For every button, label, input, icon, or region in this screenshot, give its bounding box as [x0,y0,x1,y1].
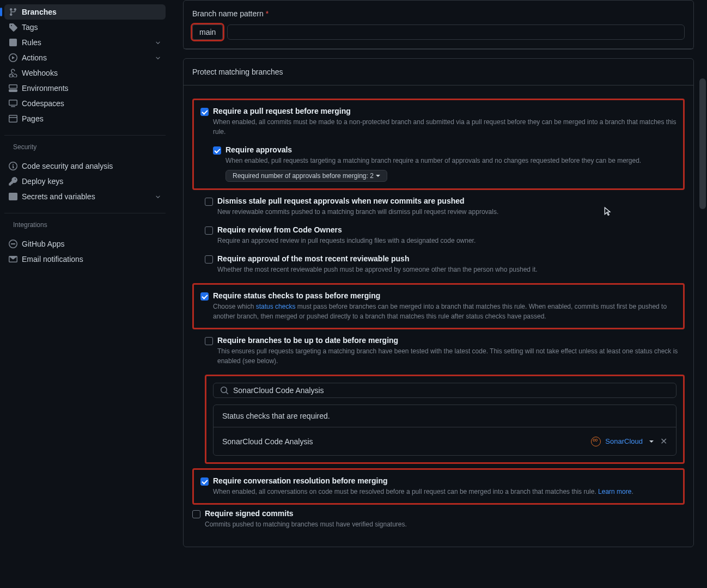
status-check-row: SonarCloud Code Analysis SonarCloud ✕ [214,427,676,455]
rule-signed-commits: Require signed commits Commits pushed to… [192,509,685,529]
sidebar-item-webhooks[interactable]: Webhooks [4,65,166,81]
branch-pattern-header: Branch name pattern * main [184,1,693,49]
codespaces-icon [9,99,17,108]
checkbox-conversation[interactable] [200,477,209,486]
status-checks-table: Status checks that are required. SonarCl… [213,405,676,456]
sidebar-label: Actions [22,53,47,62]
rule-conversation: Require conversation resolution before m… [200,476,676,497]
sidebar-label: GitHub Apps [22,240,65,248]
sonarcloud-icon [591,437,601,446]
learn-more-link[interactable]: Learn more [598,488,631,495]
checkbox-require-pr[interactable] [200,108,209,116]
rules-icon [9,38,17,47]
rule-title: Require a pull request before merging [213,107,351,115]
rule-up-to-date: Require branches to be up to date before… [205,336,685,366]
chevron-down-icon [155,54,161,61]
checkbox-code-owners[interactable] [205,226,213,235]
highlight-status-search: Status checks that are required. SonarCl… [205,375,685,464]
chevron-down-icon [155,193,161,200]
sidebar-label: Branches [22,8,57,16]
browser-icon [9,114,17,123]
protect-heading: Protect matching branches [184,59,693,85]
play-icon [9,53,17,62]
rule-desc: Require an approved review in pull reque… [217,236,685,246]
highlight-conversation: Require conversation resolution before m… [192,468,685,505]
divider [4,213,166,213]
status-checks-header: Status checks that are required. [214,405,676,427]
rule-title: Require conversation resolution before m… [213,476,388,485]
scrollbar-thumb[interactable] [699,78,706,209]
scrollbar[interactable] [698,0,707,588]
mail-icon [9,255,17,264]
approval-count-label: Required number of approvals before merg… [233,172,374,180]
branch-icon [9,8,17,16]
rule-recent-push: Require approval of the most recent revi… [205,254,685,274]
sidebar-label: Pages [22,114,44,123]
sidebar: Branches Tags Rules [0,0,170,588]
status-check-search-input[interactable] [233,386,669,395]
checkbox-recent-push[interactable] [205,255,213,264]
status-check-search[interactable] [213,383,676,398]
rule-title: Require approvals [225,145,292,154]
branch-pattern-prefix[interactable]: main [192,24,223,40]
checkbox-up-to-date[interactable] [205,337,213,345]
sidebar-item-secrets[interactable]: Secrets and variables [4,189,166,204]
rule-desc: When enabled, all commits must be made t… [213,117,676,137]
rule-title: Require status checks to pass before mer… [213,291,380,300]
rule-title: Require approval of the most recent revi… [217,254,409,263]
hubot-icon [9,240,17,248]
sidebar-item-pages[interactable]: Pages [4,111,166,126]
main-content: Branch name pattern * main Protect match… [170,0,707,588]
key-icon [9,177,17,186]
status-checks-link[interactable]: status checks [256,303,296,310]
sidebar-label: Webhooks [22,69,58,77]
rule-title: Dismiss stale pull request approvals whe… [217,197,465,205]
checkbox-status-checks[interactable] [200,292,209,301]
branch-pattern-panel: Branch name pattern * main [183,0,694,50]
rule-status-checks: Require status checks to pass before mer… [200,291,676,321]
sidebar-item-tags[interactable]: Tags [4,20,166,35]
rule-dismiss-stale: Dismiss stale pull request approvals whe… [205,197,685,217]
sidebar-item-rules[interactable]: Rules [4,35,166,50]
sidebar-item-email-notifications[interactable]: Email notifications [4,252,166,267]
branch-pattern-label: Branch name pattern [192,9,264,18]
sidebar-label: Codespaces [22,99,64,108]
approval-count-select[interactable]: Required number of approvals before merg… [225,170,387,182]
sidebar-item-github-apps[interactable]: GitHub Apps [4,236,166,252]
protect-panel: Protect matching branches Require a pull… [183,58,694,547]
sidebar-item-actions[interactable]: Actions [4,50,166,65]
webhook-icon [9,69,17,77]
status-check-name: SonarCloud Code Analysis [222,437,313,446]
remove-status-check-button[interactable]: ✕ [660,436,667,446]
checkbox-dismiss-stale[interactable] [205,198,213,206]
asterisk-icon [9,192,17,201]
status-check-app[interactable]: SonarCloud [591,437,654,446]
required-indicator: * [266,9,269,18]
sidebar-item-environments[interactable]: Environments [4,81,166,96]
caret-down-icon [649,440,654,443]
sidebar-item-code-security[interactable]: Code security and analysis [4,158,166,174]
tag-icon [9,23,17,32]
server-icon [9,84,17,93]
sidebar-label: Email notifications [22,255,83,264]
sidebar-heading-security: Security [4,140,166,154]
shield-icon [9,162,17,170]
sidebar-item-codespaces[interactable]: Codespaces [4,96,166,111]
rule-desc: New reviewable commits pushed to a match… [217,207,685,217]
search-icon [220,386,229,395]
checkbox-require-approvals[interactable] [213,146,221,155]
rule-desc: When enabled, pull requests targeting a … [225,156,676,166]
sidebar-label: Tags [22,23,38,32]
rule-title: Require signed commits [205,509,294,518]
sidebar-label: Code security and analysis [22,162,113,170]
chevron-down-icon [155,39,161,46]
rule-desc: Whether the most recent reviewable push … [217,265,685,274]
rule-title: Require branches to be up to date before… [217,336,398,345]
rule-require-pr: Require a pull request before merging Wh… [200,107,676,137]
branch-pattern-input[interactable] [227,24,685,40]
caret-down-icon [376,175,380,177]
checkbox-signed-commits[interactable] [192,510,200,518]
sidebar-heading-integrations: Integrations [4,218,166,232]
sidebar-item-branches[interactable]: Branches [4,4,166,20]
sidebar-item-deploy-keys[interactable]: Deploy keys [4,174,166,189]
